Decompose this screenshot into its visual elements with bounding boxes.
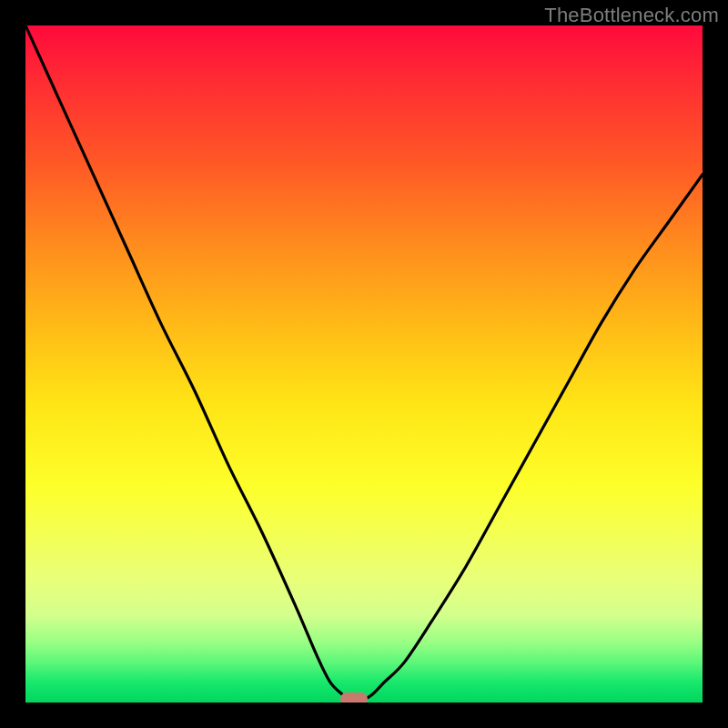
plot-area (25, 25, 703, 703)
watermark-text: TheBottleneck.com (544, 4, 719, 27)
bottleneck-curve (25, 25, 703, 703)
minimum-marker (340, 693, 368, 703)
chart-frame: TheBottleneck.com (0, 0, 728, 728)
